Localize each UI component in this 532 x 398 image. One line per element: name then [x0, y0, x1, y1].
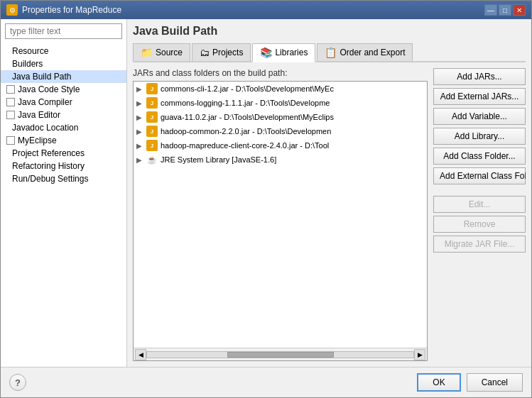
minimize-button[interactable]: — — [484, 4, 497, 16]
tab-order-and-export[interactable]: 📋Order and Export — [317, 43, 413, 61]
button-spacer — [433, 187, 526, 193]
sidebar-item-label: Java Code Style — [18, 84, 80, 94]
list-item[interactable]: ▶☕JRE System Library [JavaSE-1.6] — [134, 153, 427, 167]
edit-button: Edit... — [433, 196, 526, 213]
sidebar-item-label: Refactoring History — [12, 161, 85, 171]
sidebar-item-label: Resource — [12, 46, 48, 56]
scroll-left-button[interactable]: ◀ — [135, 349, 146, 360]
footer-left: ? — [9, 374, 26, 391]
scroll-right-button[interactable]: ▶ — [414, 349, 425, 360]
sidebar-item-refactoring-history[interactable]: Refactoring History — [1, 160, 126, 172]
tab-label: Order and Export — [340, 48, 405, 57]
sidebar-item-label: Builders — [12, 59, 43, 69]
footer-right: OK Cancel — [417, 373, 523, 392]
tab-icon-projects: 🗂 — [200, 47, 210, 58]
titlebar-title: Properties for MapReduce — [22, 5, 121, 15]
sidebar-item-label: Java Compiler — [18, 97, 72, 107]
close-button[interactable]: ✕ — [513, 4, 526, 16]
tab-label: Projects — [212, 48, 243, 57]
expand-arrow-icon[interactable]: ▶ — [136, 114, 143, 121]
add-class-folder-button[interactable]: Add Class Folder... — [433, 148, 526, 165]
sidebar-item-label: Project References — [12, 148, 85, 158]
list-item-text: commons-cli-1.2.jar - D:\Tools\Developme… — [161, 84, 334, 93]
sidebar-tree: ResourceBuildersJava Build PathJava Code… — [1, 43, 126, 367]
expand-arrow-icon[interactable]: ▶ — [136, 128, 143, 136]
sidebar-item-label: Java Editor — [18, 110, 60, 120]
titlebar-icon: ⚙ — [6, 4, 18, 16]
panel-title: Java Build Path — [133, 25, 526, 38]
sidebar-item-label: Java Build Path — [12, 72, 71, 82]
tab-libraries[interactable]: 📚Libraries — [252, 43, 315, 62]
sidebar-item-label: Javadoc Location — [12, 123, 78, 133]
tab-label: Source — [156, 48, 183, 57]
jar-icon: J — [146, 83, 158, 94]
sidebar-item-run/debug-settings[interactable]: Run/Debug Settings — [1, 172, 126, 185]
list-item[interactable]: ▶Jcommons-logging-1.1.1.jar - D:\Tools\D… — [134, 96, 427, 110]
sidebar-item-label: Run/Debug Settings — [12, 174, 88, 184]
ok-button[interactable]: OK — [417, 373, 460, 392]
sidebar-item-myeclipse[interactable]: MyEclipse — [1, 134, 126, 147]
list-inner[interactable]: ▶Jcommons-cli-1.2.jar - D:\Tools\Develop… — [134, 82, 427, 348]
sidebar-item-java-build-path[interactable]: Java Build Path — [1, 70, 126, 83]
sidebar-item-java-code-style[interactable]: Java Code Style — [1, 83, 126, 96]
tab-projects[interactable]: 🗂Projects — [192, 43, 251, 61]
remove-button: Remove — [433, 216, 526, 233]
tab-label: Libraries — [275, 48, 308, 57]
jre-icon: ☕ — [146, 154, 158, 165]
maximize-button[interactable]: □ — [499, 4, 511, 16]
list-label: JARs and class folders on the build path… — [133, 68, 428, 78]
tab-source[interactable]: 📁Source — [133, 43, 190, 61]
content: ResourceBuildersJava Build PathJava Code… — [1, 19, 531, 367]
expand-arrow-icon[interactable]: ▶ — [136, 142, 143, 150]
add-external-class-folder-button[interactable]: Add External Class Folder... — [433, 167, 526, 184]
main-panel: Java Build Path 📁Source🗂Projects📚Librari… — [127, 19, 531, 367]
filter-input[interactable] — [5, 23, 122, 39]
sidebar-checkbox[interactable] — [6, 85, 15, 94]
expand-arrow-icon[interactable]: ▶ — [136, 99, 143, 107]
panel-body: JARs and class folders on the build path… — [133, 68, 526, 361]
dialog-footer: ? OK Cancel — [1, 367, 531, 397]
titlebar-controls: — □ ✕ — [484, 4, 526, 16]
tab-icon-source: 📁 — [141, 47, 153, 58]
jar-icon: J — [146, 97, 158, 109]
add-variable-button[interactable]: Add Variable... — [433, 108, 526, 125]
scrollbar-track[interactable] — [146, 351, 414, 358]
sidebar: ResourceBuildersJava Build PathJava Code… — [1, 19, 127, 367]
sidebar-checkbox[interactable] — [6, 111, 15, 119]
tab-icon-libraries: 📚 — [260, 47, 272, 58]
list-item-text: hadoop-common-2.2.0.jar - D:\Tools\Devel… — [161, 127, 331, 136]
list-section: JARs and class folders on the build path… — [133, 68, 428, 361]
scrollbar-thumb[interactable] — [227, 352, 334, 358]
add-external-jars-button[interactable]: Add External JARs... — [433, 88, 526, 105]
horizontal-scrollbar[interactable]: ◀ ▶ — [134, 348, 427, 360]
sidebar-item-project-references[interactable]: Project References — [1, 147, 126, 160]
list-item-text: guava-11.0.2.jar - D:\Tools\Development\… — [161, 113, 334, 121]
list-container: ▶Jcommons-cli-1.2.jar - D:\Tools\Develop… — [133, 81, 428, 361]
migrate-jar-button: Migrate JAR File... — [433, 236, 526, 253]
sidebar-item-java-editor[interactable]: Java Editor — [1, 109, 126, 121]
titlebar-left: ⚙ Properties for MapReduce — [6, 4, 121, 16]
list-item[interactable]: ▶Jhadoop-common-2.2.0.jar - D:\Tools\Dev… — [134, 124, 427, 138]
sidebar-item-resource[interactable]: Resource — [1, 45, 126, 57]
list-item[interactable]: ▶Jcommons-cli-1.2.jar - D:\Tools\Develop… — [134, 82, 427, 96]
expand-arrow-icon[interactable]: ▶ — [136, 85, 143, 93]
jar-icon: J — [146, 126, 158, 137]
list-item-text: commons-logging-1.1.1.jar - D:\Tools\Dev… — [161, 99, 330, 107]
list-item[interactable]: ▶Jguava-11.0.2.jar - D:\Tools\Developmen… — [134, 110, 427, 124]
list-item-text: JRE System Library [JavaSE-1.6] — [161, 155, 276, 164]
expand-arrow-icon[interactable]: ▶ — [136, 156, 143, 164]
jar-icon: J — [146, 140, 158, 151]
sidebar-item-java-compiler[interactable]: Java Compiler — [1, 96, 126, 109]
dialog: ⚙ Properties for MapReduce — □ ✕ Resourc… — [0, 0, 532, 398]
tabs: 📁Source🗂Projects📚Libraries📋Order and Exp… — [133, 43, 526, 62]
list-item-text: hadoop-mapreduce-client-core-2.4.0.jar -… — [161, 141, 329, 150]
help-button[interactable]: ? — [9, 374, 26, 391]
add-jars-button[interactable]: Add JARs... — [433, 68, 526, 85]
add-library-button[interactable]: Add Library... — [433, 128, 526, 145]
list-item[interactable]: ▶Jhadoop-mapreduce-client-core-2.4.0.jar… — [134, 138, 427, 153]
sidebar-checkbox[interactable] — [6, 98, 15, 106]
sidebar-item-builders[interactable]: Builders — [1, 57, 126, 70]
sidebar-item-javadoc-location[interactable]: Javadoc Location — [1, 121, 126, 134]
cancel-button[interactable]: Cancel — [467, 373, 523, 392]
sidebar-checkbox[interactable] — [6, 136, 15, 145]
